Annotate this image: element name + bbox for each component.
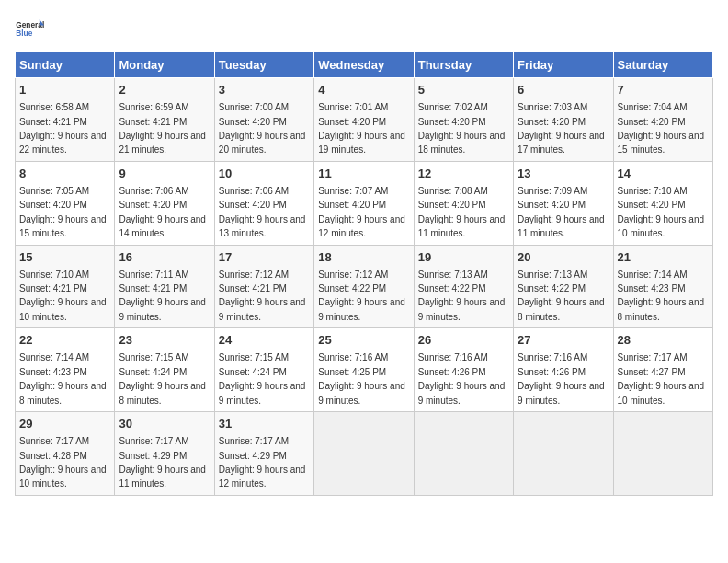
day-info: Sunrise: 7:13 AMSunset: 4:22 PMDaylight:… <box>418 270 506 322</box>
day-info: Sunrise: 7:06 AMSunset: 4:20 PMDaylight:… <box>219 186 306 238</box>
day-number: 28 <box>618 332 709 349</box>
day-cell: 16 Sunrise: 7:11 AMSunset: 4:21 PMDaylig… <box>115 245 214 328</box>
day-header-sunday: Sunday <box>16 52 115 78</box>
day-number: 7 <box>618 82 709 98</box>
day-info: Sunrise: 7:10 AMSunset: 4:20 PMDaylight:… <box>618 186 705 238</box>
day-number: 14 <box>618 166 709 182</box>
day-info: Sunrise: 7:05 AMSunset: 4:20 PMDaylight:… <box>19 186 107 238</box>
day-info: Sunrise: 7:03 AMSunset: 4:20 PMDaylight:… <box>518 102 605 155</box>
day-number: 20 <box>518 249 609 266</box>
day-cell: 31 Sunrise: 7:17 AMSunset: 4:29 PMDaylig… <box>214 412 313 496</box>
day-number: 25 <box>318 332 409 349</box>
day-cell: 27 Sunrise: 7:16 AMSunset: 4:26 PMDaylig… <box>514 328 613 412</box>
day-info: Sunrise: 7:15 AMSunset: 4:24 PMDaylight:… <box>219 352 306 405</box>
day-cell: 30 Sunrise: 7:17 AMSunset: 4:29 PMDaylig… <box>115 412 214 496</box>
day-number: 27 <box>518 332 609 349</box>
day-cell: 22 Sunrise: 7:14 AMSunset: 4:23 PMDaylig… <box>16 328 115 412</box>
page-header: General Blue <box>15 15 713 44</box>
day-cell: 3 Sunrise: 7:00 AMSunset: 4:20 PMDayligh… <box>214 78 313 162</box>
day-header-friday: Friday <box>514 52 613 78</box>
day-cell: 6 Sunrise: 7:03 AMSunset: 4:20 PMDayligh… <box>514 78 613 162</box>
calendar-table: SundayMondayTuesdayWednesdayThursdayFrid… <box>15 52 713 496</box>
day-info: Sunrise: 7:17 AMSunset: 4:27 PMDaylight:… <box>618 352 705 405</box>
day-info: Sunrise: 7:07 AMSunset: 4:20 PMDaylight:… <box>318 186 405 238</box>
day-number: 24 <box>219 332 310 349</box>
day-info: Sunrise: 7:10 AMSunset: 4:21 PMDaylight:… <box>19 270 107 322</box>
day-cell: 26 Sunrise: 7:16 AMSunset: 4:26 PMDaylig… <box>414 328 513 412</box>
day-info: Sunrise: 7:11 AMSunset: 4:21 PMDaylight:… <box>119 270 206 322</box>
day-number: 15 <box>19 249 110 266</box>
day-cell: 14 Sunrise: 7:10 AMSunset: 4:20 PMDaylig… <box>613 161 712 245</box>
day-info: Sunrise: 7:17 AMSunset: 4:29 PMDaylight:… <box>119 436 206 488</box>
day-cell <box>613 412 712 496</box>
day-cell: 20 Sunrise: 7:13 AMSunset: 4:22 PMDaylig… <box>514 245 613 328</box>
day-info: Sunrise: 7:16 AMSunset: 4:26 PMDaylight:… <box>418 352 506 405</box>
day-info: Sunrise: 7:02 AMSunset: 4:20 PMDaylight:… <box>418 102 506 155</box>
logo-icon: General Blue <box>15 15 44 44</box>
day-info: Sunrise: 7:06 AMSunset: 4:20 PMDaylight:… <box>119 186 206 238</box>
day-cell: 28 Sunrise: 7:17 AMSunset: 4:27 PMDaylig… <box>613 328 712 412</box>
day-cell: 2 Sunrise: 6:59 AMSunset: 4:21 PMDayligh… <box>115 78 214 162</box>
day-number: 5 <box>418 82 509 98</box>
day-info: Sunrise: 7:08 AMSunset: 4:20 PMDaylight:… <box>418 186 506 238</box>
day-number: 18 <box>318 249 409 266</box>
day-cell <box>414 412 513 496</box>
day-cell: 18 Sunrise: 7:12 AMSunset: 4:22 PMDaylig… <box>314 245 414 328</box>
day-number: 11 <box>318 166 409 182</box>
day-cell: 24 Sunrise: 7:15 AMSunset: 4:24 PMDaylig… <box>214 328 313 412</box>
day-number: 22 <box>19 332 110 349</box>
day-cell: 13 Sunrise: 7:09 AMSunset: 4:20 PMDaylig… <box>514 161 613 245</box>
day-cell <box>314 412 414 496</box>
svg-text:Blue: Blue <box>16 29 32 38</box>
day-number: 17 <box>219 249 310 266</box>
day-info: Sunrise: 7:01 AMSunset: 4:20 PMDaylight:… <box>318 102 405 155</box>
day-info: Sunrise: 7:15 AMSunset: 4:24 PMDaylight:… <box>119 352 206 405</box>
logo: General Blue <box>15 15 44 44</box>
day-cell: 5 Sunrise: 7:02 AMSunset: 4:20 PMDayligh… <box>414 78 513 162</box>
week-row-4: 22 Sunrise: 7:14 AMSunset: 4:23 PMDaylig… <box>16 328 713 412</box>
day-cell: 19 Sunrise: 7:13 AMSunset: 4:22 PMDaylig… <box>414 245 513 328</box>
day-cell: 11 Sunrise: 7:07 AMSunset: 4:20 PMDaylig… <box>314 161 414 245</box>
day-cell: 9 Sunrise: 7:06 AMSunset: 4:20 PMDayligh… <box>115 161 214 245</box>
day-number: 23 <box>119 332 210 349</box>
day-cell: 10 Sunrise: 7:06 AMSunset: 4:20 PMDaylig… <box>214 161 313 245</box>
day-number: 29 <box>19 416 110 432</box>
day-number: 31 <box>219 416 310 432</box>
day-info: Sunrise: 7:00 AMSunset: 4:20 PMDaylight:… <box>219 102 306 155</box>
day-cell: 25 Sunrise: 7:16 AMSunset: 4:25 PMDaylig… <box>314 328 414 412</box>
day-info: Sunrise: 6:59 AMSunset: 4:21 PMDaylight:… <box>119 102 206 155</box>
day-cell: 12 Sunrise: 7:08 AMSunset: 4:20 PMDaylig… <box>414 161 513 245</box>
day-cell: 29 Sunrise: 7:17 AMSunset: 4:28 PMDaylig… <box>16 412 115 496</box>
day-number: 10 <box>219 166 310 182</box>
day-number: 6 <box>518 82 609 98</box>
day-cell: 8 Sunrise: 7:05 AMSunset: 4:20 PMDayligh… <box>16 161 115 245</box>
day-number: 8 <box>19 166 110 182</box>
day-number: 21 <box>618 249 709 266</box>
day-info: Sunrise: 7:12 AMSunset: 4:22 PMDaylight:… <box>318 270 405 322</box>
day-number: 12 <box>418 166 509 182</box>
day-info: Sunrise: 7:16 AMSunset: 4:25 PMDaylight:… <box>318 352 405 405</box>
day-header-saturday: Saturday <box>613 52 712 78</box>
day-header-wednesday: Wednesday <box>314 52 414 78</box>
day-info: Sunrise: 7:17 AMSunset: 4:28 PMDaylight:… <box>19 436 107 488</box>
day-info: Sunrise: 7:04 AMSunset: 4:20 PMDaylight:… <box>618 102 705 155</box>
day-info: Sunrise: 7:14 AMSunset: 4:23 PMDaylight:… <box>618 270 705 322</box>
day-number: 4 <box>318 82 409 98</box>
day-info: Sunrise: 7:14 AMSunset: 4:23 PMDaylight:… <box>19 352 107 405</box>
day-header-monday: Monday <box>115 52 214 78</box>
day-info: Sunrise: 7:17 AMSunset: 4:29 PMDaylight:… <box>219 436 306 488</box>
day-cell: 4 Sunrise: 7:01 AMSunset: 4:20 PMDayligh… <box>314 78 414 162</box>
day-cell: 15 Sunrise: 7:10 AMSunset: 4:21 PMDaylig… <box>16 245 115 328</box>
day-info: Sunrise: 7:16 AMSunset: 4:26 PMDaylight:… <box>518 352 605 405</box>
day-number: 19 <box>418 249 509 266</box>
day-cell <box>514 412 613 496</box>
day-number: 13 <box>518 166 609 182</box>
day-number: 26 <box>418 332 509 349</box>
day-number: 2 <box>119 82 210 98</box>
calendar-header-row: SundayMondayTuesdayWednesdayThursdayFrid… <box>16 52 713 78</box>
day-info: Sunrise: 6:58 AMSunset: 4:21 PMDaylight:… <box>19 102 107 155</box>
day-info: Sunrise: 7:09 AMSunset: 4:20 PMDaylight:… <box>518 186 605 238</box>
day-number: 16 <box>119 249 210 266</box>
day-number: 30 <box>119 416 210 432</box>
day-cell: 23 Sunrise: 7:15 AMSunset: 4:24 PMDaylig… <box>115 328 214 412</box>
